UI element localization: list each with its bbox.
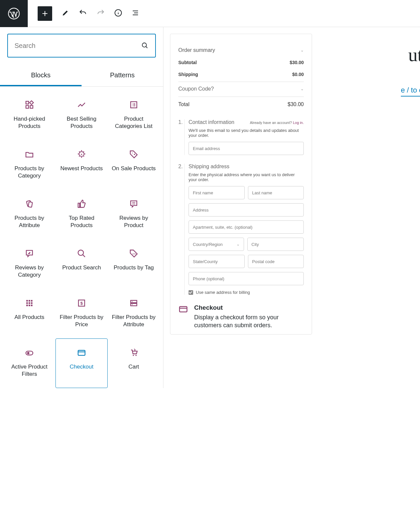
undo-icon <box>79 9 87 17</box>
block-best-selling[interactable]: Best Selling Products <box>55 91 108 140</box>
comment-edit-icon <box>25 249 34 258</box>
add-block-button[interactable] <box>38 6 52 21</box>
tab-blocks[interactable]: Blocks <box>0 65 82 86</box>
grid-dots-icon <box>25 298 34 308</box>
server-icon <box>129 298 138 308</box>
block-label: Top Rated Products <box>58 215 105 229</box>
first-name-field[interactable]: First name <box>189 186 245 199</box>
thumbs-up-icon <box>77 199 86 209</box>
block-product-search[interactable]: Product Search <box>55 239 108 289</box>
inserter-tabs: Blocks Patterns <box>0 65 163 87</box>
postal-field[interactable]: Postal code <box>248 255 304 268</box>
svg-rect-32 <box>78 350 85 355</box>
price-box-icon: $ <box>77 298 86 308</box>
list-icon <box>131 9 139 17</box>
topbar-tools <box>28 6 139 21</box>
grid-icon <box>25 100 34 109</box>
block-categories-list[interactable]: Product Categories List <box>108 91 160 140</box>
block-label: Best Selling Products <box>58 115 105 130</box>
svg-point-14 <box>135 254 136 254</box>
block-label: Active Product Filters <box>6 363 52 378</box>
login-prompt: Already have an account? Log in. <box>250 121 304 125</box>
block-filter-by-price[interactable]: $Filter Products by Price <box>55 289 108 338</box>
block-active-filters[interactable]: Active Product Filters <box>3 338 55 388</box>
svg-point-2 <box>142 43 147 47</box>
svg-point-33 <box>133 355 134 356</box>
svg-point-34 <box>135 355 137 356</box>
email-field[interactable]: Email address <box>189 142 304 155</box>
info-description: Display a checkout form so your customer… <box>194 313 304 330</box>
block-reviews-by-product[interactable]: Reviews by Product <box>108 190 160 239</box>
block-label: On Sale Products <box>112 165 156 172</box>
block-label: Products by Attribute <box>6 215 52 229</box>
info-title: Checkout <box>194 304 304 311</box>
block-label: Reviews by Product <box>111 215 157 229</box>
svg-rect-21 <box>26 305 28 306</box>
coupon-row[interactable]: Coupon Code?⌄ <box>178 82 304 95</box>
subtotal-row: Subtotal$30.00 <box>178 57 304 68</box>
redo-icon <box>96 9 105 17</box>
country-select[interactable]: Country/Region⌄ <box>189 238 244 251</box>
block-label: Products by Category <box>6 165 52 179</box>
svg-rect-35 <box>180 307 187 312</box>
tag-icon <box>129 150 138 159</box>
edit-tool-button[interactable] <box>61 9 69 18</box>
block-top-rated[interactable]: Top Rated Products <box>55 190 108 239</box>
block-products-by-tag[interactable]: Products by Tag <box>108 239 160 289</box>
same-billing-checkbox[interactable]: Use same address for billing <box>189 290 304 295</box>
editor-topbar <box>0 0 420 27</box>
pencil-icon <box>61 9 69 17</box>
step-description: We'll use this email to send you details… <box>189 128 304 138</box>
svg-rect-23 <box>31 305 33 306</box>
block-on-sale[interactable]: On Sale Products <box>108 140 160 190</box>
svg-point-28 <box>132 301 132 302</box>
checkbox-icon <box>189 290 193 295</box>
svg-rect-19 <box>29 302 30 304</box>
block-filter-by-attribute[interactable]: Filter Products by Attribute <box>108 289 160 338</box>
wordpress-logo[interactable] <box>0 0 28 27</box>
address-field[interactable]: Address <box>189 203 304 216</box>
redo-button[interactable] <box>96 9 105 19</box>
block-products-by-category[interactable]: Products by Category <box>3 140 55 190</box>
block-newest-products[interactable]: Newest Products <box>55 140 108 190</box>
info-button[interactable] <box>114 9 122 18</box>
cards-icon <box>25 199 34 209</box>
block-label: Hand-picked Products <box>6 115 52 130</box>
outline-button[interactable] <box>131 9 139 18</box>
svg-rect-5 <box>30 105 33 108</box>
block-products-by-attribute[interactable]: Products by Attribute <box>3 190 55 239</box>
order-summary-header[interactable]: Order summary⌄ <box>178 44 304 57</box>
undo-button[interactable] <box>79 9 87 19</box>
card-icon <box>178 304 188 330</box>
chevron-down-icon: ⌄ <box>300 48 304 53</box>
search-input[interactable] <box>15 42 141 50</box>
svg-point-29 <box>132 304 132 305</box>
search-box[interactable] <box>7 34 156 58</box>
block-checkout[interactable]: Checkout <box>55 338 108 388</box>
background-title-fragment: ut <box>408 44 420 65</box>
apartment-field[interactable]: Apartment, suite, etc. (optional) <box>189 220 304 234</box>
step-contact: 1. Contact informationAlready have an ac… <box>178 119 304 155</box>
state-field[interactable]: State/County <box>189 255 245 268</box>
search-icon <box>141 42 149 49</box>
tab-patterns[interactable]: Patterns <box>82 65 163 86</box>
block-label: Filter Products by Price <box>58 314 105 328</box>
wordpress-icon <box>8 8 20 20</box>
svg-rect-6 <box>30 101 34 105</box>
block-cart[interactable]: Cart <box>108 338 160 388</box>
info-icon <box>114 9 122 17</box>
city-field[interactable]: City <box>247 238 304 251</box>
phone-field[interactable]: Phone (optional) <box>189 272 304 285</box>
block-all-products[interactable]: All Products <box>3 289 55 338</box>
step-description: Enter the physical address where you wan… <box>189 172 304 182</box>
block-label: Products by Tag <box>114 264 154 271</box>
step-title: Contact information <box>189 119 234 125</box>
login-link[interactable]: Log in. <box>293 121 304 125</box>
total-row: Total$30.00 <box>178 97 304 111</box>
block-hand-picked-products[interactable]: Hand-picked Products <box>3 91 55 140</box>
last-name-field[interactable]: Last name <box>248 186 304 199</box>
svg-rect-4 <box>26 105 29 108</box>
cart-icon <box>129 348 138 357</box>
block-reviews-by-category[interactable]: Reviews by Category <box>3 239 55 289</box>
card-icon <box>77 348 86 357</box>
